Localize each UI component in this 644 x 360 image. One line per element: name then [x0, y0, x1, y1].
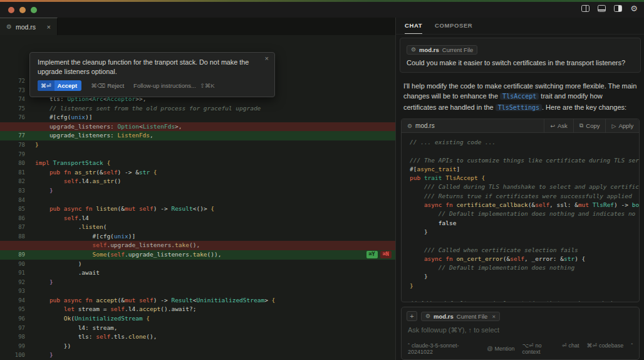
code-token: TransportStack	[53, 159, 103, 166]
code-text: self.l4.as_str()	[25, 177, 121, 186]
chat-code-line: }	[410, 282, 639, 290]
editor-code-line[interactable]: 79	[0, 150, 395, 159]
code-text: upgrade_listeners: Option<ListenFds>,	[25, 122, 182, 132]
editor-code-line[interactable]: 76 #[cfg(unix)]	[0, 113, 395, 122]
code-token: (&	[503, 255, 510, 262]
chat-tab-chat[interactable]: CHAT	[405, 18, 422, 34]
chat-code-line: // Default implementation does nothing	[410, 263, 639, 272]
line-number: 76	[0, 113, 25, 122]
minimize-window-button[interactable]	[19, 7, 26, 13]
code-token: take	[175, 241, 189, 248]
editor-code-line[interactable]: 77 upgrade_listeners: ListenFds,	[0, 131, 395, 140]
no-context-hint[interactable]: ⌥⏎no context	[522, 342, 554, 355]
reject-button[interactable]: ⌘⌫Reject	[91, 82, 124, 89]
chat-input[interactable]: + ⚙ mod.rs Current File × Ask followup (…	[401, 307, 640, 360]
chat-hint[interactable]: ⏎chat	[562, 342, 579, 355]
editor-code-line[interactable]: 91 .await	[0, 268, 395, 278]
code-token	[410, 255, 424, 262]
editor-code-line[interactable]: 93	[0, 287, 395, 296]
apply-button[interactable]: ▷Apply	[605, 119, 639, 132]
code-token: ) ->	[614, 201, 632, 208]
editor-code-line[interactable]: 85 pub async fn listen(&mut self) -> Res…	[0, 204, 395, 214]
mention-button[interactable]: @Mention	[487, 346, 514, 352]
code-token: (),	[189, 241, 200, 248]
split-editor-icon[interactable]	[581, 5, 589, 12]
code-token	[35, 251, 93, 258]
code-token: ) {	[574, 255, 585, 262]
code-block-header: ⚙ mod.rs ↩Ask⧉Copy▷Apply	[402, 119, 639, 133]
editor-code-line[interactable]: 75 // listeners sent from the old proces…	[0, 104, 395, 114]
editor-code-line[interactable]: 92 }	[0, 278, 395, 287]
toggle-panel-icon[interactable]	[598, 5, 606, 12]
pill-close-icon[interactable]: ×	[492, 313, 496, 320]
tab-close-icon[interactable]: ×	[47, 23, 51, 31]
code-token: bo	[632, 201, 639, 208]
code-token: accept	[139, 305, 160, 312]
code-token: .await	[35, 269, 100, 276]
editor-code-line[interactable]: 83 }	[0, 186, 395, 196]
user-message[interactable]: ⚙ mod.rs Current File Could you make it …	[400, 38, 641, 73]
hint-label: codebase	[599, 342, 623, 349]
ask-button[interactable]: ↩Ask	[544, 119, 573, 132]
copy-button[interactable]: ⧉Copy	[573, 119, 606, 132]
code-token: ()	[114, 177, 121, 184]
accept-button[interactable]: ⌘⏎ Accept	[38, 80, 81, 91]
code-block-body[interactable]: // ... existing code .../// The APIs to …	[402, 133, 639, 302]
input-context-pill[interactable]: ⚙ mod.rs Current File ×	[421, 312, 500, 321]
settings-gear-icon[interactable]: ⚙	[630, 5, 638, 12]
chat-code-line: async fn on_cert_error(&self, _error: &s…	[410, 255, 639, 263]
chat-code-line: false	[410, 219, 639, 228]
editor-code-line[interactable]: 89 Some(self.upgrade_listeners.take()),⌘…	[0, 250, 395, 260]
editor-code-line[interactable]: upgrade_listeners: Option<ListenFds>,	[0, 122, 395, 132]
line-number: 85	[0, 204, 25, 214]
editor-code-line[interactable]: 96 Ok(UninitializedStream {	[0, 314, 395, 324]
editor-code-line[interactable]: self.upgrade_listeners.take(),	[0, 241, 395, 250]
code-editor[interactable]: 72pub(crate) struct TransportStack {73 l…	[0, 35, 395, 360]
code-token: ) ->	[153, 297, 172, 304]
editor-code-line[interactable]: 87 .listen(	[0, 223, 395, 232]
editor-code-line[interactable]: 80impl TransportStack {	[0, 159, 395, 168]
line-number: 83	[0, 186, 25, 196]
diff-accept-badge[interactable]: ⌘Y	[366, 251, 378, 258]
editor-code-line[interactable]: 82 self.l4.as_str()	[0, 177, 395, 186]
editor-code-line[interactable]: 88 #[cfg(unix)]	[0, 232, 395, 241]
collapse-chevron-icon[interactable]: ˆ	[631, 342, 633, 355]
chat-tab-composer[interactable]: COMPOSER	[435, 18, 472, 34]
editor-code-line[interactable]: 99 })	[0, 342, 395, 351]
secondary-sidebar-icon[interactable]	[614, 5, 622, 12]
code-token: let	[64, 305, 75, 312]
codebase-hint[interactable]: ⌘⏎codebase	[587, 342, 624, 355]
editor-code-line[interactable]: 90 )	[0, 260, 395, 269]
prompt-close-icon[interactable]: ×	[265, 55, 269, 62]
add-context-button[interactable]: +	[407, 311, 417, 321]
editor-code-line[interactable]: 81 pub fn as_str(&self) -> &str {	[0, 168, 395, 177]
code-token	[35, 177, 64, 184]
app-window: ⚙ ⚙ mod.rs × 72pub(crate) struct Transpo…	[0, 0, 644, 360]
editor-code-line[interactable]: 95 let stream = self.l4.accept().await?;	[0, 305, 395, 314]
code-token: #[cfg(	[35, 114, 71, 120]
editor-pane: ⚙ mod.rs × 72pub(crate) struct Transport…	[0, 18, 396, 360]
editor-code-line[interactable]: 97 l4: stream,	[0, 324, 395, 333]
editor-code-line[interactable]: 86 self.l4	[0, 214, 395, 223]
editor-code-line[interactable]: 98 tls: self.tls.clone(),	[0, 332, 395, 342]
action-label: Copy	[586, 122, 600, 129]
tab-mod-rs[interactable]: ⚙ mod.rs ×	[0, 18, 58, 35]
code-token: ListenFds	[143, 123, 175, 130]
editor-code-line[interactable]: 100 }	[0, 351, 395, 360]
editor-code-line[interactable]: 84	[0, 196, 395, 205]
diff-reject-badge[interactable]: ⌘N	[380, 251, 392, 258]
followup-instructions-button[interactable]: Follow-up instructions...⇧⌘K	[133, 82, 215, 89]
code-token: on_cert_error	[456, 255, 502, 262]
editor-code-line[interactable]: 78}	[0, 140, 395, 150]
editor-code-line[interactable]: 94 pub async fn accept(&mut self) -> Res…	[0, 296, 395, 305]
close-window-button[interactable]	[8, 7, 14, 13]
code-token: {	[210, 205, 214, 212]
zoom-window-button[interactable]	[31, 7, 37, 13]
chat-input-placeholder[interactable]: Ask followup (⌘Y), ↑ to select	[408, 326, 633, 334]
assistant-text: . Here are the key changes:	[542, 103, 626, 111]
context-file-pill[interactable]: ⚙ mod.rs Current File	[407, 45, 477, 55]
code-token: <()>	[193, 205, 211, 212]
code-token: }	[35, 187, 53, 194]
model-selector[interactable]: ˆclaude-3-5-sonnet-20241022	[408, 342, 479, 355]
code-token: Result	[171, 205, 192, 212]
